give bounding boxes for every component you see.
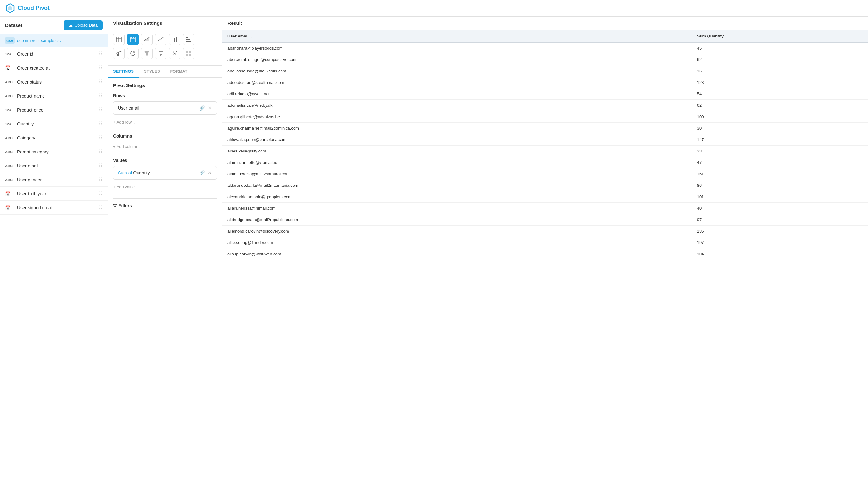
- cell-qty: 147: [692, 134, 868, 146]
- drag-handle[interactable]: ⠿: [99, 163, 103, 169]
- field-item[interactable]: 123 Product price ⠿: [0, 103, 108, 117]
- upload-icon: ☁: [69, 23, 73, 28]
- header-email[interactable]: User email ↓: [222, 30, 692, 42]
- app-header: Cloud Pivot: [0, 0, 868, 17]
- field-item[interactable]: ABC Parent category ⠿: [0, 145, 108, 159]
- table-row[interactable]: abercrombie.inger@compuserve.com 62: [222, 54, 868, 65]
- table-row[interactable]: abo.lashaunda@mail2colin.com 16: [222, 65, 868, 77]
- table-row[interactable]: alamin.jannette@vipmail.ru 47: [222, 157, 868, 169]
- header-qty: Sum Quantity: [692, 30, 868, 42]
- drag-handle[interactable]: ⠿: [99, 135, 103, 141]
- pie-chart-btn[interactable]: [127, 48, 138, 59]
- cell-email: allie.soong@1under.com: [222, 237, 692, 248]
- field-name: User gender: [17, 177, 42, 182]
- field-item[interactable]: 📅 User birth year ⠿: [0, 187, 108, 201]
- pivot-chart-btn[interactable]: [127, 34, 138, 45]
- cell-qty: 151: [692, 169, 868, 180]
- filter-chart-btn[interactable]: [155, 48, 166, 59]
- field-item[interactable]: ABC Order status ⠿: [0, 75, 108, 89]
- table-row[interactable]: ahluwalia.perry@barcelona.com 147: [222, 134, 868, 146]
- field-type-icon: ABC: [5, 178, 14, 182]
- table-row[interactable]: adil.refugio@qwest.net 54: [222, 88, 868, 100]
- table-row[interactable]: allain.nerissa@nimail.com 40: [222, 203, 868, 214]
- field-item[interactable]: 📅 Order created at ⠿: [0, 61, 108, 75]
- table-row[interactable]: aines.kelle@sify.com 33: [222, 146, 868, 157]
- bar-chart-btn[interactable]: [169, 34, 181, 45]
- columns-section: Columns + Add column...: [113, 133, 217, 152]
- drag-handle[interactable]: ⠿: [99, 177, 103, 183]
- table-row[interactable]: aguire.charmaine@mail2dominica.com 30: [222, 123, 868, 134]
- edit-value-btn[interactable]: 🔗: [198, 170, 205, 176]
- tab-styles[interactable]: STYLES: [139, 66, 165, 78]
- field-item[interactable]: ABC User gender ⠿: [0, 173, 108, 187]
- svg-point-27: [173, 54, 174, 55]
- drag-handle[interactable]: ⠿: [99, 93, 103, 99]
- filter-icon: ▽: [113, 203, 117, 208]
- add-value-btn[interactable]: + Add value...: [113, 182, 138, 192]
- drag-handle[interactable]: ⠿: [99, 65, 103, 71]
- dataset-file[interactable]: csv ecommerce_sample.csv: [0, 34, 108, 47]
- field-type-icon: 📅: [5, 191, 14, 196]
- area-chart-btn[interactable]: [141, 34, 153, 45]
- table-row[interactable]: aldarondo.karla@mail2mauritania.com 86: [222, 180, 868, 191]
- cell-qty: 128: [692, 77, 868, 88]
- field-item[interactable]: ABC User email ⠿: [0, 159, 108, 173]
- table-row[interactable]: alexandria.antonio@grapplers.com 101: [222, 191, 868, 203]
- drag-handle[interactable]: ⠿: [99, 51, 103, 57]
- columns-label: Columns: [113, 133, 217, 139]
- field-item[interactable]: 123 Quantity ⠿: [0, 117, 108, 131]
- upload-button[interactable]: ☁ Upload Data: [64, 20, 103, 30]
- field-type-icon: ABC: [5, 164, 14, 168]
- table-row[interactable]: allsup.darwin@wolf-web.com 104: [222, 248, 868, 260]
- result-table-container[interactable]: User email ↓ Sum Quantity abar.ohara@pla…: [222, 30, 868, 488]
- left-panel-header: Dataset ☁ Upload Data: [0, 17, 108, 34]
- table-row[interactable]: addo.desirae@stealthmail.com 128: [222, 77, 868, 88]
- horiz-bar-chart-btn[interactable]: [183, 34, 194, 45]
- remove-value-btn[interactable]: ✕: [207, 170, 212, 176]
- settings-tabs: SETTINGS STYLES FORMAT: [108, 66, 222, 78]
- combo-chart-btn[interactable]: [113, 48, 125, 59]
- settings-content: Pivot Settings Rows User email 🔗 ✕ + Add…: [108, 78, 222, 488]
- table-chart-btn[interactable]: [113, 34, 125, 45]
- field-type-icon: 📅: [5, 65, 14, 70]
- table-row[interactable]: allie.soong@1under.com 197: [222, 237, 868, 248]
- table-row[interactable]: agena.gilberte@advalvas.be 100: [222, 111, 868, 123]
- result-table-header-row: User email ↓ Sum Quantity: [222, 30, 868, 42]
- dataset-file-name: ecommerce_sample.csv: [17, 38, 62, 43]
- tab-format[interactable]: FORMAT: [165, 66, 193, 78]
- field-item[interactable]: ABC Product name ⠿: [0, 89, 108, 103]
- cell-qty: 101: [692, 191, 868, 203]
- table-row[interactable]: alam.lucrecia@mail2samurai.com 151: [222, 169, 868, 180]
- cell-email: aines.kelle@sify.com: [222, 146, 692, 157]
- svg-point-10: [131, 37, 131, 38]
- field-item[interactable]: ABC Category ⠿: [0, 131, 108, 145]
- edit-row-btn[interactable]: 🔗: [198, 105, 205, 111]
- svg-rect-33: [189, 51, 191, 53]
- tab-settings[interactable]: SETTINGS: [108, 66, 139, 78]
- grid2-chart-btn[interactable]: [183, 48, 194, 59]
- field-item[interactable]: 123 Order id ⠿: [0, 47, 108, 61]
- field-type-icon: 📅: [5, 205, 14, 210]
- field-name: Order created at: [17, 65, 50, 70]
- cell-qty: 16: [692, 65, 868, 77]
- table-row[interactable]: abar.ohara@playersodds.com 45: [222, 42, 868, 54]
- scatter-chart-btn[interactable]: [169, 48, 181, 59]
- cell-qty: 47: [692, 157, 868, 169]
- drag-handle[interactable]: ⠿: [99, 191, 103, 197]
- line-chart-btn[interactable]: [155, 34, 166, 45]
- table-row[interactable]: adomaitis.van@netby.dk 62: [222, 100, 868, 111]
- drag-handle[interactable]: ⠿: [99, 79, 103, 85]
- value-field-qty: Quantity: [133, 170, 150, 175]
- drag-handle[interactable]: ⠿: [99, 149, 103, 155]
- field-item[interactable]: 📅 User signed up at ⠿: [0, 201, 108, 215]
- values-section: Values Sum of Quantity 🔗 ✕ + Add value..…: [113, 158, 217, 192]
- remove-row-btn[interactable]: ✕: [207, 105, 212, 111]
- funnel-chart-btn[interactable]: [141, 48, 153, 59]
- drag-handle[interactable]: ⠿: [99, 205, 103, 211]
- drag-handle[interactable]: ⠿: [99, 107, 103, 113]
- table-row[interactable]: allemond.caroyln@discovery.com 135: [222, 225, 868, 237]
- add-column-btn[interactable]: + Add column...: [113, 142, 142, 152]
- table-row[interactable]: alldredge.beata@mail2republican.com 97: [222, 214, 868, 225]
- add-row-btn[interactable]: + Add row...: [113, 117, 135, 127]
- drag-handle[interactable]: ⠿: [99, 121, 103, 127]
